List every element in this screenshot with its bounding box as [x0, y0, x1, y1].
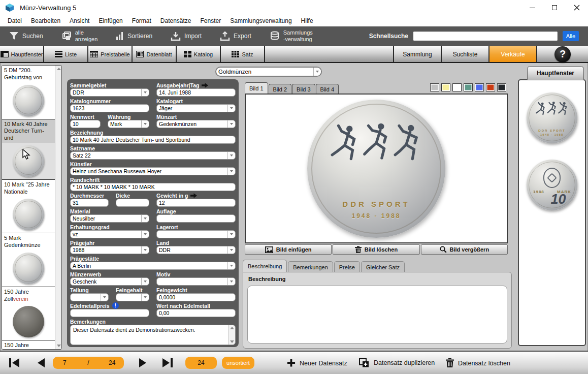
- runners-motif: [331, 122, 422, 163]
- description-textarea[interactable]: [247, 286, 507, 344]
- menu-bearbeiten[interactable]: Bearbeiten: [26, 16, 65, 25]
- field-praegestaette: Prägestätte A Berlin: [70, 255, 236, 270]
- menu-datensaetze[interactable]: Datensätze: [156, 16, 196, 25]
- list-item[interactable]: 150 Jahre Zollverein: [2, 340, 55, 349]
- last-record-button[interactable]: [161, 358, 174, 368]
- katalogart-select[interactable]: Jäger: [156, 104, 236, 112]
- land-select[interactable]: DDR: [156, 246, 236, 254]
- swatch-red[interactable]: [486, 83, 495, 91]
- tab-beschreibung[interactable]: Beschreibung: [243, 260, 287, 272]
- chevron-down-icon: [101, 294, 108, 301]
- list-item[interactable]: 5 DM "200. Geburtstag von: [2, 66, 55, 119]
- nennwert-input[interactable]: 10: [70, 120, 101, 128]
- muenzart-select[interactable]: Gedenkmünzen: [156, 120, 236, 128]
- tab-bemerkungen[interactable]: Bemerkungen: [288, 261, 333, 272]
- durchmesser-input[interactable]: 31: [70, 199, 109, 207]
- praegejahr-select[interactable]: 1988: [70, 246, 149, 254]
- maximize-button[interactable]: [543, 0, 566, 15]
- gewicht-input[interactable]: 12: [156, 199, 236, 207]
- teilung-select[interactable]: [70, 293, 109, 301]
- kuenstler-select[interactable]: Heinz und Snechana Russewa-Hoyer: [70, 167, 236, 175]
- menu-ansicht[interactable]: Ansicht: [65, 16, 94, 25]
- feingewicht-input[interactable]: 0,0000: [156, 293, 236, 301]
- menu-fenster[interactable]: Fenster: [196, 16, 226, 25]
- quick-search-label: Schnellsuche: [369, 33, 408, 40]
- enlarge-image-button[interactable]: Bild vergößern: [421, 244, 508, 255]
- sammelgebiet-select[interactable]: DDR: [70, 88, 149, 97]
- auflage-input[interactable]: [156, 214, 236, 223]
- feingehalt-select[interactable]: [116, 293, 149, 301]
- tab-datenblatt[interactable]: Datenblatt: [133, 46, 177, 62]
- ausgabejahr-input[interactable]: 14. Juni 1988: [156, 88, 236, 97]
- collection-management-button[interactable]: Sammlungs-verwaltung: [270, 29, 313, 42]
- tab-preistabelle[interactable]: Preistabelle: [88, 46, 133, 62]
- list-item[interactable]: 10 Mark "25 Jahre Nationale: [2, 180, 55, 234]
- swatch-white[interactable]: [452, 83, 462, 91]
- search-button[interactable]: Suchen: [9, 32, 43, 41]
- delete-record-button[interactable]: Datensatz löschen: [446, 358, 510, 368]
- list-item[interactable]: 150 Jahre Zollverein: [2, 287, 55, 341]
- swatch-yellow[interactable]: [441, 83, 450, 91]
- tab-bild-4[interactable]: Bild 4: [316, 84, 339, 94]
- tab-suchliste[interactable]: Suchliste: [442, 46, 489, 62]
- help-button[interactable]: ?: [554, 46, 571, 63]
- chevron-down-icon: [141, 231, 149, 238]
- next-record-button[interactable]: [138, 358, 147, 368]
- motiv-select[interactable]: [156, 277, 236, 286]
- tab-bild-2[interactable]: Bild 2: [269, 84, 292, 94]
- bemerkungen-textarea[interactable]: Dieser Datensatz dient zu Demonstrations…: [70, 325, 236, 345]
- muenzerwerb-select[interactable]: Geschenk: [70, 277, 149, 286]
- textarea-scrollbar[interactable]: [228, 325, 235, 345]
- tab-preise[interactable]: Preise: [334, 261, 360, 272]
- menu-einfuegen[interactable]: Einfügen: [94, 16, 127, 25]
- erhaltungsgrad-select[interactable]: vz: [70, 230, 149, 238]
- category-select[interactable]: Goldmünzen: [215, 67, 322, 77]
- randschrift-input[interactable]: * 10 MARK * 10 MARK * 10 MARK: [70, 183, 236, 191]
- first-record-button[interactable]: [8, 358, 20, 368]
- material-select[interactable]: Neusilber: [70, 214, 149, 223]
- minimize-button[interactable]: [521, 0, 543, 15]
- menu-sammlungsverwaltung[interactable]: Sammlungsverwaltung: [225, 16, 296, 25]
- quick-search-input[interactable]: [413, 31, 558, 41]
- swatch-gray[interactable]: [430, 83, 439, 91]
- new-record-button[interactable]: Neuer Datensatz: [287, 359, 347, 367]
- swatch-teal[interactable]: [464, 83, 473, 91]
- close-button[interactable]: [566, 0, 588, 15]
- import-button[interactable]: Import: [171, 32, 202, 41]
- praegestaette-select[interactable]: A Berlin: [70, 262, 236, 270]
- tab-katalog[interactable]: Katalog: [177, 46, 221, 62]
- katalognummer-input[interactable]: 1623: [70, 104, 149, 112]
- delete-image-button[interactable]: Bild löschen: [333, 244, 419, 255]
- dicke-input[interactable]: [116, 199, 149, 207]
- swatch-blue[interactable]: [475, 83, 484, 91]
- show-all-button[interactable]: alleanzeigen: [61, 29, 98, 42]
- menu-hilfe[interactable]: Hilfe: [297, 16, 318, 25]
- export-button[interactable]: Export: [220, 32, 251, 41]
- bezeichnung-input[interactable]: 10 Mark 40 Jahre Deutscher Turn- und Spo…: [70, 136, 236, 144]
- swatch-black[interactable]: [497, 83, 506, 91]
- list-item[interactable]: 5 Mark Gedenkmünze: [2, 233, 55, 287]
- menu-datei[interactable]: Datei: [3, 16, 26, 25]
- tab-sammlung[interactable]: Sammlung: [394, 46, 442, 62]
- satzname-select[interactable]: Satz 22: [70, 151, 236, 160]
- previous-record-button[interactable]: [37, 358, 46, 368]
- waehrung-select[interactable]: Mark: [108, 120, 149, 128]
- tab-hauptfenster-preview[interactable]: Hauptfenster: [527, 66, 584, 80]
- lagerort-select[interactable]: [156, 230, 236, 238]
- sidebar-scrollbar[interactable]: [55, 66, 61, 349]
- database-icon: [270, 31, 280, 41]
- sort-button[interactable]: Sortieren: [116, 32, 152, 41]
- insert-image-button[interactable]: Bild einfügen: [245, 244, 332, 255]
- tab-hauptfenster[interactable]: Hauptfenster: [0, 46, 44, 62]
- menu-format[interactable]: Format: [127, 16, 156, 25]
- tab-satz[interactable]: Satz: [221, 46, 265, 62]
- tab-bild-1[interactable]: Bild 1: [245, 82, 268, 94]
- tab-bild-3[interactable]: Bild 3: [292, 84, 315, 94]
- duplicate-record-button[interactable]: Datensatz duplizieren: [358, 358, 435, 368]
- search-all-button[interactable]: Alle: [563, 31, 579, 41]
- wert-nach-edelmetall-input[interactable]: 0,00: [156, 309, 236, 317]
- tab-liste[interactable]: Liste: [44, 46, 88, 62]
- tab-gleicher-satz[interactable]: Gleicher Satz: [361, 261, 405, 272]
- tab-verkaeufe[interactable]: Verkäufe: [489, 46, 537, 62]
- edelmetallpreis-input[interactable]: [70, 309, 149, 317]
